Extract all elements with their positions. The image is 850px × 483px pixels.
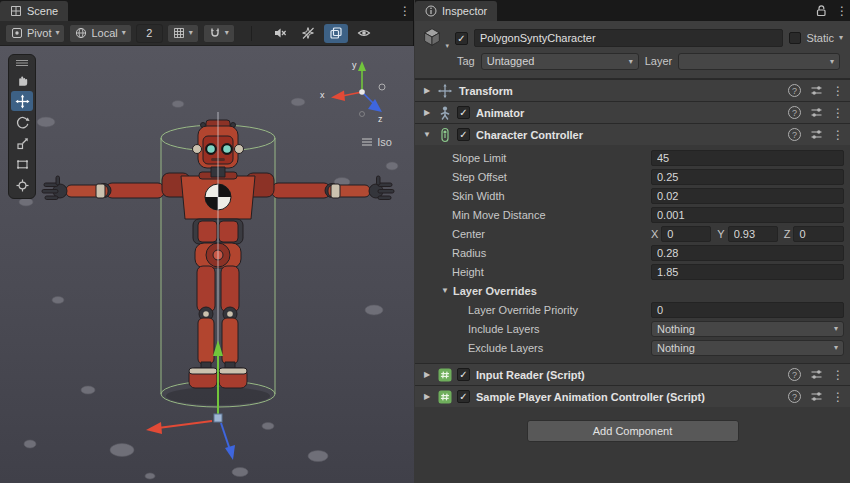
slope-limit-input[interactable] xyxy=(651,150,844,166)
gameobject-name-input[interactable] xyxy=(474,29,783,47)
scene-toolbar: Pivot ▾ Local ▾ ▾ ▾ xyxy=(0,21,413,46)
grid-visibility-button[interactable]: ▾ xyxy=(167,24,199,43)
rect-tool-button[interactable] xyxy=(11,154,33,174)
overlays-toggle[interactable] xyxy=(324,24,348,43)
foldout-icon[interactable]: ▶ xyxy=(421,86,433,95)
component-kebab-icon[interactable]: ⋮ xyxy=(832,369,841,381)
tag-dropdown[interactable]: Untagged ▾ xyxy=(481,53,639,70)
presets-icon[interactable] xyxy=(810,390,823,403)
projection-toggle[interactable]: Iso xyxy=(361,136,392,148)
help-icon[interactable]: ? xyxy=(788,128,801,141)
view-tool-button[interactable] xyxy=(11,70,33,90)
character-controller-enabled-checkbox[interactable]: ✓ xyxy=(457,128,470,141)
property-row-center: Center X Y Z xyxy=(415,224,850,243)
layer-dropdown[interactable]: ▾ xyxy=(678,53,840,70)
static-dropdown-icon[interactable]: ▾ xyxy=(839,34,843,42)
chevron-down-icon: ▾ xyxy=(55,29,59,37)
axis-negative-dot[interactable] xyxy=(360,112,365,117)
axis-negative-dot[interactable] xyxy=(379,84,385,90)
skin-width-input[interactable] xyxy=(651,188,844,204)
transform-tool-button[interactable] xyxy=(11,175,33,195)
foldout-icon[interactable]: ▶ xyxy=(421,108,433,117)
min-move-distance-input[interactable] xyxy=(651,207,844,223)
component-kebab-icon[interactable]: ⋮ xyxy=(832,107,841,119)
center-z-label: Z xyxy=(784,228,791,240)
animator-enabled-checkbox[interactable]: ✓ xyxy=(457,106,470,119)
inspector-tab-label: Inspector xyxy=(442,5,487,17)
active-checkbox[interactable]: ✓ xyxy=(455,32,468,45)
component-kebab-icon[interactable]: ⋮ xyxy=(832,85,841,97)
presets-icon[interactable] xyxy=(810,368,823,381)
component-header-transform[interactable]: ▶ Transform ? ⋮ xyxy=(415,79,850,101)
component-kebab-icon[interactable]: ⋮ xyxy=(832,129,841,141)
tab-inspector[interactable]: Inspector xyxy=(415,1,497,21)
component-header-animator[interactable]: ▶ ✓ Animator ? ⋮ xyxy=(415,101,850,123)
foldout-icon[interactable]: ▼ xyxy=(421,130,433,139)
orientation-gizmo[interactable]: y x z xyxy=(316,56,404,130)
help-icon[interactable]: ? xyxy=(788,390,801,403)
chevron-down-icon: ▾ xyxy=(834,343,838,352)
presets-icon[interactable] xyxy=(810,84,823,97)
height-input[interactable] xyxy=(651,264,844,280)
inspector-tabbar: Inspector ⋮ xyxy=(415,0,850,21)
help-icon[interactable]: ? xyxy=(788,84,801,97)
cube-icon xyxy=(421,26,443,48)
eye-icon xyxy=(357,26,371,40)
scene-visibility-toggle[interactable] xyxy=(352,24,376,43)
scene-menu-kebab-icon[interactable]: ⋮ xyxy=(399,5,408,17)
axis-x-label: x xyxy=(320,90,325,100)
scale-tool-button[interactable] xyxy=(11,133,33,153)
scene-panel: Scene ⋮ Pivot ▾ Local ▾ ▾ xyxy=(0,0,414,483)
static-checkbox[interactable] xyxy=(789,32,801,44)
info-icon xyxy=(425,5,437,17)
axis-y-arrow[interactable] xyxy=(358,61,366,71)
foldout-icon[interactable]: ▶ xyxy=(421,392,433,401)
step-offset-input[interactable] xyxy=(651,169,844,185)
presets-icon[interactable] xyxy=(810,106,823,119)
gameobject-icon-button[interactable]: ▾ xyxy=(421,26,449,50)
include-layers-dropdown[interactable]: Nothing ▾ xyxy=(651,321,844,337)
scene-viewport[interactable]: y x z Iso xyxy=(0,46,414,483)
exclude-layers-dropdown[interactable]: Nothing ▾ xyxy=(651,340,844,356)
presets-icon[interactable] xyxy=(810,128,823,141)
component-header-character-controller[interactable]: ▼ ✓ Character Controller ? ⋮ xyxy=(415,123,850,145)
rect-icon xyxy=(15,157,30,172)
component-header-sample-player[interactable]: ▶ ✓ Sample Player Animation Controller (… xyxy=(415,385,850,407)
lock-icon[interactable] xyxy=(815,4,827,17)
axis-x-arrow[interactable] xyxy=(331,91,345,102)
property-label: Include Layers xyxy=(439,323,651,335)
center-z-input[interactable] xyxy=(793,226,844,242)
projection-label: Iso xyxy=(377,136,392,148)
center-x-input[interactable] xyxy=(661,226,711,242)
tab-scene[interactable]: Scene xyxy=(0,1,68,21)
tag-label: Tag xyxy=(457,55,475,67)
tag-value: Untagged xyxy=(487,55,535,67)
foldout-icon[interactable]: ▶ xyxy=(421,370,433,379)
sample-player-enabled-checkbox[interactable]: ✓ xyxy=(457,390,470,403)
component-header-input-reader[interactable]: ▶ ✓ Input Reader (Script) ? ⋮ xyxy=(415,363,850,385)
radius-input[interactable] xyxy=(651,245,844,261)
inspector-menu-kebab-icon[interactable]: ⋮ xyxy=(836,5,845,17)
help-icon[interactable]: ? xyxy=(788,106,801,119)
rotate-tool-button[interactable] xyxy=(11,112,33,132)
add-component-button[interactable]: Add Component xyxy=(527,420,739,442)
sample-player-title: Sample Player Animation Controller (Scri… xyxy=(476,391,705,403)
component-kebab-icon[interactable]: ⋮ xyxy=(832,391,841,403)
center-y-input[interactable] xyxy=(728,226,778,242)
audio-mute-toggle[interactable] xyxy=(268,24,292,43)
grid-size-input[interactable] xyxy=(136,24,163,43)
effects-toggle[interactable] xyxy=(296,24,320,43)
property-row: Skin Width xyxy=(415,186,850,205)
orientation-toggle-button[interactable]: Local ▾ xyxy=(69,24,131,43)
pivot-toggle-button[interactable]: Pivot ▾ xyxy=(5,24,65,43)
help-icon[interactable]: ? xyxy=(788,368,801,381)
toolstrip-handle[interactable] xyxy=(11,57,33,69)
input-reader-enabled-checkbox[interactable]: ✓ xyxy=(457,368,470,381)
layer-override-priority-input[interactable] xyxy=(651,302,844,318)
snap-settings-button[interactable]: ▾ xyxy=(203,24,235,43)
move-tool-button[interactable] xyxy=(11,91,33,111)
property-label: Center xyxy=(439,228,651,240)
property-label: Skin Width xyxy=(439,190,651,202)
layer-overrides-foldout[interactable]: ▼ Layer Overrides xyxy=(415,281,850,300)
audio-mute-icon xyxy=(273,26,287,40)
